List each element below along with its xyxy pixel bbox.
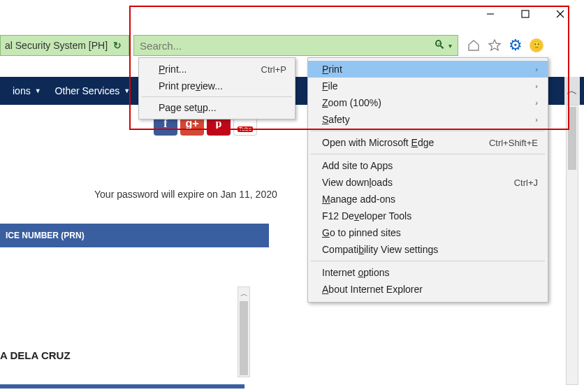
refresh-icon[interactable]: ↻ [113,40,122,51]
home-icon[interactable] [465,37,482,54]
scroll-up-button[interactable]: ︿ [238,287,249,300]
member-name: A DELA CRUZ [0,349,71,361]
caret-icon: ▼ [35,87,41,94]
svg-rect-1 [522,10,529,17]
menu-page-setup[interactable]: Page setup... [139,99,295,116]
menu-separator [311,154,545,154]
menu-item-internet-options[interactable]: Internet options [308,264,548,281]
menu-separator [311,131,545,131]
search-box[interactable]: 🔍︎ ▾ [133,35,458,56]
menu-separator [311,261,545,261]
submenu-arrow-icon: › [535,99,538,107]
smiley-icon[interactable]: 🙂 [528,37,545,54]
menu-item-safety[interactable]: Safety› [308,111,548,128]
menu-item-compat[interactable]: Compatibility View settings [308,241,548,258]
menu-item-edge[interactable]: Open with Microsoft EdgeCtrl+Shift+E [308,134,548,151]
menu-item-about[interactable]: About Internet Explorer [308,281,548,298]
maximize-button[interactable] [514,3,536,25]
menu-item-addons[interactable]: Manage add-ons [308,191,548,208]
submenu-arrow-icon: › [535,115,538,124]
divider [0,384,244,389]
menu-item-pinned[interactable]: Go to pinned sites [308,224,548,241]
tab-title: al Security System [PH] [5,40,108,51]
tools-icon[interactable]: ⚙ [507,37,524,54]
menu-item-apps[interactable]: Add site to Apps [308,157,548,174]
search-input[interactable] [140,40,434,52]
menu-print-preview[interactable]: Print preview... [139,78,295,94]
password-expiry-msg: Your password will expire on Jan 11, 202… [94,189,277,200]
minimize-button[interactable] [479,3,502,25]
menu-print[interactable]: Print... Ctrl+P [139,61,295,78]
close-button[interactable] [549,3,571,25]
caret-icon: ▼ [124,87,130,94]
menu-item-print[interactable]: Print› [308,61,548,78]
menu-item-file[interactable]: File› [308,78,548,94]
nav-item-other-services[interactable]: Other Services▼ [48,85,138,96]
tools-menu: Print› File› Zoom (100%)› Safety› Open w… [307,57,548,303]
print-submenu: Print... Ctrl+P Print preview... Page se… [138,57,295,119]
search-dropdown-icon[interactable]: ▾ [448,42,452,50]
browser-tab[interactable]: al Security System [PH] ↻ [0,35,129,56]
search-icon[interactable]: 🔍︎ [434,38,446,52]
menu-separator [142,96,292,97]
menu-item-f12[interactable]: F12 Developer Tools [308,208,548,224]
menu-item-zoom[interactable]: Zoom (100%)› [308,94,548,111]
page-scrollbar[interactable] [566,105,578,385]
favorites-icon[interactable] [486,37,503,54]
page-up-button[interactable]: ︿ [564,77,580,105]
panel-scrollbar[interactable]: ︿ [238,286,250,377]
submenu-arrow-icon: › [535,82,538,90]
prn-banner: ICE NUMBER (PRN) [0,224,269,247]
scrollbar-thumb[interactable] [240,301,248,375]
nav-item-1[interactable]: ions▼ [6,85,48,96]
menu-item-downloads[interactable]: View downloadsCtrl+J [308,174,548,191]
submenu-arrow-icon: › [535,65,538,73]
scrollbar-thumb[interactable] [568,107,576,170]
